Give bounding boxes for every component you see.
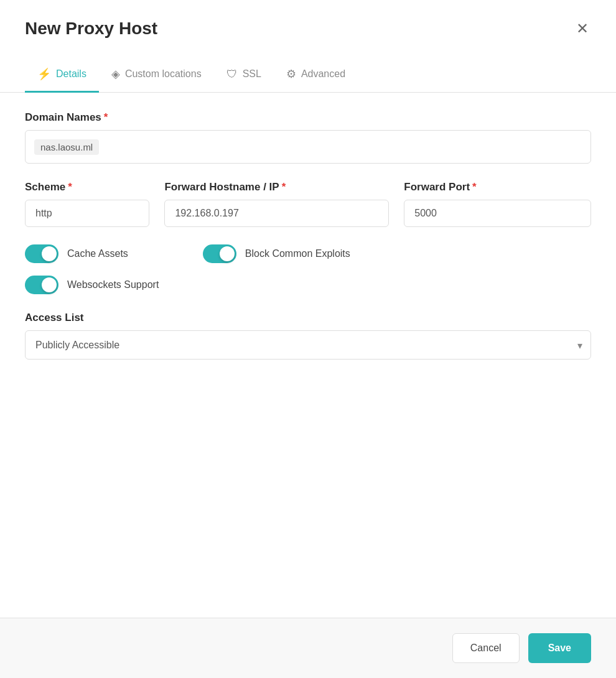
forward-port-required: * bbox=[472, 181, 477, 193]
tab-custom-locations-label: Custom locations bbox=[125, 68, 202, 80]
websockets-label: Websockets Support bbox=[67, 279, 159, 290]
advanced-icon: ⚙ bbox=[286, 67, 296, 81]
access-list-wrapper: Publicly Accessible bbox=[25, 330, 591, 360]
websockets-group: Websockets Support bbox=[25, 276, 554, 294]
domain-names-required: * bbox=[104, 111, 108, 124]
forward-hostname-label: Forward Hostname / IP * bbox=[164, 181, 389, 193]
domain-tag: nas.laosu.ml bbox=[34, 139, 99, 155]
scheme-group: Scheme * bbox=[25, 181, 149, 227]
domain-names-input[interactable]: nas.laosu.ml bbox=[25, 130, 591, 164]
domain-names-label: Domain Names * bbox=[25, 111, 591, 124]
cache-assets-group: Cache Assets bbox=[25, 244, 128, 263]
tab-custom-locations[interactable]: ◈ Custom locations bbox=[99, 57, 214, 93]
modal-footer: Cancel Save bbox=[0, 618, 616, 678]
block-exploits-toggle[interactable] bbox=[203, 244, 236, 263]
block-exploits-group: Block Common Exploits bbox=[203, 244, 350, 263]
close-button[interactable]: ✕ bbox=[574, 19, 591, 39]
save-button[interactable]: Save bbox=[528, 633, 591, 663]
cancel-button[interactable]: Cancel bbox=[452, 633, 520, 663]
forward-hostname-input[interactable] bbox=[164, 200, 389, 227]
websockets-toggle[interactable] bbox=[25, 276, 58, 294]
access-list-label: Access List bbox=[25, 312, 591, 324]
modal-body: Domain Names * nas.laosu.ml Scheme * For… bbox=[0, 93, 616, 618]
ssl-icon: 🛡 bbox=[226, 68, 238, 81]
tab-details-label: Details bbox=[56, 68, 86, 80]
forward-port-group: Forward Port * bbox=[404, 181, 591, 227]
modal-header: New Proxy Host ✕ bbox=[0, 0, 616, 51]
access-list-select[interactable]: Publicly Accessible bbox=[25, 330, 591, 360]
cache-assets-slider bbox=[25, 244, 58, 263]
cache-assets-label: Cache Assets bbox=[67, 248, 128, 259]
modal: New Proxy Host ✕ ⚡ Details ◈ Custom loca… bbox=[0, 0, 616, 678]
tab-advanced[interactable]: ⚙ Advanced bbox=[274, 57, 358, 93]
block-exploits-label: Block Common Exploits bbox=[245, 248, 350, 259]
cache-assets-toggle[interactable] bbox=[25, 244, 58, 263]
forward-port-input[interactable] bbox=[404, 200, 591, 227]
details-icon: ⚡ bbox=[37, 67, 51, 81]
websockets-slider bbox=[25, 276, 58, 294]
close-icon: ✕ bbox=[576, 20, 589, 37]
toggle-row-1: Cache Assets Block Common Exploits bbox=[25, 244, 591, 263]
access-list-group: Access List Publicly Accessible bbox=[25, 312, 591, 360]
block-exploits-slider bbox=[203, 244, 236, 263]
connection-fields: Scheme * Forward Hostname / IP * Forward… bbox=[25, 181, 591, 227]
domain-names-group: Domain Names * nas.laosu.ml bbox=[25, 111, 591, 164]
tab-ssl-label: SSL bbox=[243, 68, 261, 80]
tab-bar: ⚡ Details ◈ Custom locations 🛡 SSL ⚙ Adv… bbox=[0, 57, 616, 93]
modal-title: New Proxy Host bbox=[25, 19, 157, 39]
scheme-required: * bbox=[68, 181, 72, 193]
tab-details[interactable]: ⚡ Details bbox=[25, 57, 99, 93]
tab-ssl[interactable]: 🛡 SSL bbox=[214, 57, 274, 93]
forward-hostname-group: Forward Hostname / IP * bbox=[164, 181, 389, 227]
scheme-input[interactable] bbox=[25, 200, 149, 227]
websockets-row: Websockets Support bbox=[25, 276, 591, 294]
forward-hostname-required: * bbox=[282, 181, 286, 193]
custom-locations-icon: ◈ bbox=[111, 67, 120, 81]
scheme-label: Scheme * bbox=[25, 181, 149, 193]
forward-port-label: Forward Port * bbox=[404, 181, 591, 193]
tab-advanced-label: Advanced bbox=[301, 68, 345, 80]
